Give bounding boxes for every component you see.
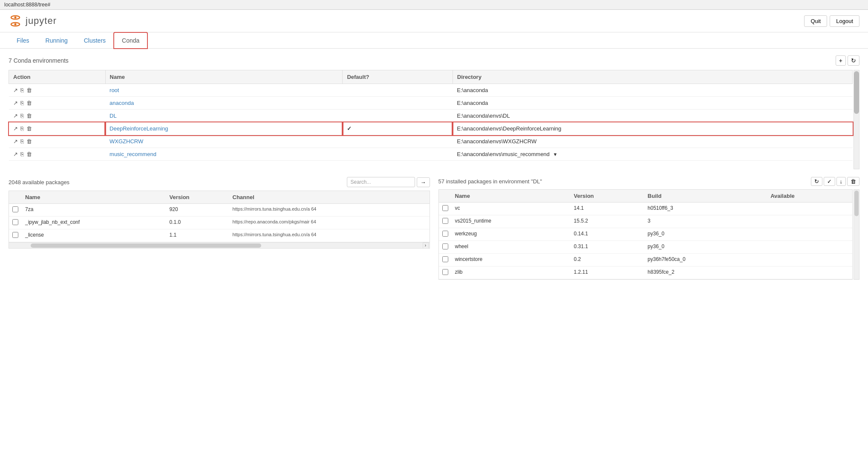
col-default: Default? [343,70,453,84]
action-icons-root: ↗ ⎘ 🗑 [13,87,101,93]
delete-icon-dl[interactable]: 🗑 [26,113,32,119]
installed-refresh-btn[interactable]: ↻ [811,177,822,186]
available-panel-controls: → [347,177,430,187]
h-scroll-thumb-available [31,243,261,248]
available-packages-panel: 2048 available packages → Name Version C… [9,177,430,280]
action-icons-anaconda: ↗ ⎘ 🗑 [13,100,101,106]
env-dir-wxgzhcrw: E:\anaconda\envs\WXGZHCRW [453,135,852,148]
package-search-input[interactable] [347,177,415,187]
open-icon-root[interactable]: ↗ [13,87,18,93]
h-scroll-right-arrow[interactable]: › [423,243,429,249]
inst-ver-vs2015: 15.5.2 [571,215,644,228]
h-scroll-right-space [261,243,423,248]
conda-section-actions: + ↻ [836,55,859,66]
action-icons-music: ↗ ⎘ 🗑 [13,151,101,157]
installed-table-inner: Name Version Build Available vc [438,189,853,280]
copy-icon-deepreinforce[interactable]: ⎘ [20,125,24,132]
col-inst-available: Available [767,190,852,203]
inst-check-zlib[interactable] [442,269,448,275]
inst-row-zlib: zlib 1.2.11 h8395fce_2 [439,266,853,279]
env-dir-root: E:\anaconda [453,84,852,97]
inst-name-zlib: zlib [452,266,571,279]
delete-icon-deepreinforce[interactable]: 🗑 [26,125,32,132]
installed-panel-title: 57 installed packages in environment "DL… [438,178,542,185]
inst-avail-vc [767,203,852,215]
inst-name-werkzeug: werkzeug [452,228,571,241]
inst-row-vc: vc 14.1 h0510ff6_3 [439,203,853,215]
env-link-dl[interactable]: DL [110,113,117,119]
copy-icon-dl[interactable]: ⎘ [20,113,24,119]
env-link-anaconda[interactable]: anaconda [110,100,134,106]
inst-row-wheel: wheel 0.31.1 py36_0 [439,241,853,254]
env-row-wxgzhcrw: ↗ ⎘ 🗑 WXGZHCRW E:\anaconda\envs\WXGZHCRW [9,135,853,148]
inst-ver-vc: 14.1 [571,203,644,215]
refresh-env-button[interactable]: ↻ [848,55,859,66]
inst-build-wincertstore: py36h7fe50ca_0 [644,254,767,266]
copy-icon-root[interactable]: ⎘ [20,87,24,93]
available-panel-title: 2048 available packages [9,179,69,185]
col-check-avail [9,191,22,204]
installed-packages-panel: 57 installed packages in environment "DL… [438,177,860,280]
env-row-dl: ↗ ⎘ 🗑 DL E:\anaconda\envs\DL [9,110,853,122]
env-link-root[interactable]: root [110,87,119,93]
logo: jupyter [9,14,57,28]
inst-check-wheel[interactable] [442,243,448,249]
copy-icon-music[interactable]: ⎘ [20,151,24,157]
inst-check-wincertstore[interactable] [442,256,448,262]
add-env-button[interactable]: + [836,55,846,66]
col-action: Action [9,70,106,84]
quit-button[interactable]: Quit [804,15,827,27]
inst-check-vs2015[interactable] [442,218,448,224]
tabs-bar: Files Running Clusters Conda [0,32,868,49]
env-link-deepreinforce[interactable]: DeepReinforceLearning [110,125,168,132]
logout-button[interactable]: Logout [830,15,859,27]
installed-check-btn[interactable]: ✓ [824,177,835,186]
tab-files[interactable]: Files [9,32,37,49]
env-dir-deepreinforce: E:\anaconda\envs\DeepReinforceLearning [453,122,852,135]
col-inst-name: Name [452,190,571,203]
pkg-check-7za[interactable] [12,206,18,212]
delete-icon-anaconda[interactable]: 🗑 [26,100,32,106]
env-table-scrollbar[interactable] [854,70,859,169]
open-icon-wxgzhcrw[interactable]: ↗ [13,138,18,145]
env-row-root: ↗ ⎘ 🗑 root E:\anaconda [9,84,853,97]
open-icon-deepreinforce[interactable]: ↗ [13,125,18,132]
delete-icon-wxgzhcrw[interactable]: 🗑 [26,138,32,145]
env-link-wxgzhcrw[interactable]: WXGZHCRW [110,138,143,145]
delete-icon-music[interactable]: 🗑 [26,151,32,157]
inst-avail-wheel [767,241,852,254]
available-packages-table-wrapper: Name Version Channel 7za 920 https://mir… [9,191,430,249]
inst-check-werkzeug[interactable] [442,231,448,237]
package-search-arrow[interactable]: → [417,177,430,187]
pkg-check-ipyw[interactable] [12,219,18,225]
copy-icon-anaconda[interactable]: ⎘ [20,100,24,106]
inst-check-vc[interactable] [442,205,448,211]
open-icon-dl[interactable]: ↗ [13,113,18,119]
tab-clusters[interactable]: Clusters [76,32,114,49]
open-icon-music[interactable]: ↗ [13,151,18,157]
env-link-music[interactable]: music_recommend [110,151,156,157]
action-icons-dl: ↗ ⎘ 🗑 [13,113,101,119]
delete-icon-root[interactable]: 🗑 [26,87,32,93]
col-pkg-name: Name [22,191,166,204]
available-packages-table: Name Version Channel 7za 920 https://mir… [9,191,430,242]
tab-conda[interactable]: Conda [114,32,147,49]
inst-build-vc: h0510ff6_3 [644,203,767,215]
installed-delete-btn[interactable]: 🗑 [847,177,859,186]
pkg-check-license[interactable] [12,232,18,238]
bottom-panels: 2048 available packages → Name Version C… [9,177,859,280]
col-check-inst [439,190,452,203]
installed-v-scrollbar[interactable] [854,189,859,280]
default-check-deepreinforce: ✓ [347,125,352,132]
open-icon-anaconda[interactable]: ↗ [13,100,18,106]
h-scrollbar-available[interactable]: › [9,242,430,248]
installed-download-btn[interactable]: ↓ [836,177,846,186]
inst-build-werkzeug: py36_0 [644,228,767,241]
col-inst-build: Build [644,190,767,203]
browser-bar: localhost:8888/tree# [0,0,868,10]
tab-running[interactable]: Running [37,32,76,49]
env-row-anaconda: ↗ ⎘ 🗑 anaconda E:\anaconda [9,97,853,110]
installed-panel-controls: ↻ ✓ ↓ 🗑 [811,177,860,186]
copy-icon-wxgzhcrw[interactable]: ⎘ [20,138,24,145]
svg-point-2 [14,17,17,19]
